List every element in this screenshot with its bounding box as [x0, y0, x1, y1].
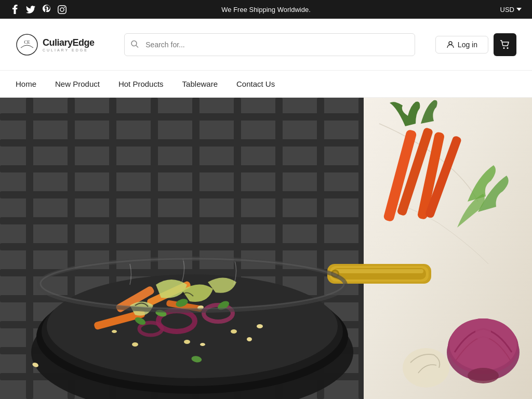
logo-name: CuliaryEdge [43, 37, 95, 48]
header: CE CuliaryEdge CULIARY EDGE Log in [0, 19, 532, 71]
svg-point-45 [231, 329, 237, 334]
pinterest-icon[interactable] [42, 5, 51, 14]
nav-item-new-product[interactable]: New Product [55, 79, 100, 88]
svg-point-50 [257, 324, 263, 328]
twitter-icon[interactable] [26, 5, 35, 14]
logo-text-group: CuliaryEdge CULIARY EDGE [43, 37, 95, 52]
announcement-bar: We Free Shipping Worldwide. USD [0, 0, 532, 19]
logo[interactable]: CE CuliaryEdge CULIARY EDGE [16, 33, 109, 56]
svg-point-69 [468, 368, 499, 383]
svg-point-4 [449, 42, 452, 45]
svg-point-48 [200, 343, 205, 346]
currency-selector[interactable]: USD [500, 6, 522, 14]
cart-button[interactable] [494, 33, 516, 56]
logo-image: CE [16, 33, 38, 56]
search-bar [124, 33, 415, 56]
svg-point-2 [131, 41, 137, 46]
user-icon [446, 41, 455, 49]
hero-section [0, 98, 532, 399]
social-icons-group [10, 5, 66, 14]
svg-point-5 [503, 47, 505, 49]
instagram-icon[interactable] [57, 5, 66, 14]
cart-icon [500, 40, 510, 49]
nav-item-home[interactable]: Home [16, 79, 36, 88]
header-actions: Log in [435, 33, 516, 56]
hero-image [0, 98, 532, 399]
svg-point-6 [507, 47, 509, 49]
svg-point-43 [132, 342, 138, 347]
svg-rect-70 [475, 318, 491, 339]
logo-tagline: CULIARY EDGE [43, 48, 95, 52]
svg-point-46 [247, 337, 252, 341]
svg-text:CE: CE [24, 39, 30, 45]
nav-item-contact-us[interactable]: Contact Us [236, 79, 275, 88]
search-icon [130, 39, 139, 49]
facebook-icon[interactable] [10, 5, 20, 14]
svg-line-3 [136, 45, 138, 47]
login-label: Log in [458, 41, 477, 49]
navigation: Home New Product Hot Products Tableware … [0, 71, 532, 98]
announcement-text: We Free Shipping Worldwide. [221, 6, 311, 14]
login-button[interactable]: Log in [435, 36, 488, 54]
nav-item-tableware[interactable]: Tableware [182, 79, 218, 88]
search-input[interactable] [124, 33, 415, 56]
svg-point-49 [112, 330, 117, 333]
svg-point-47 [184, 340, 190, 344]
currency-label: USD [500, 6, 514, 14]
svg-point-0 [17, 34, 37, 55]
nav-item-hot-products[interactable]: Hot Products [118, 79, 164, 88]
svg-rect-59 [335, 269, 423, 273]
